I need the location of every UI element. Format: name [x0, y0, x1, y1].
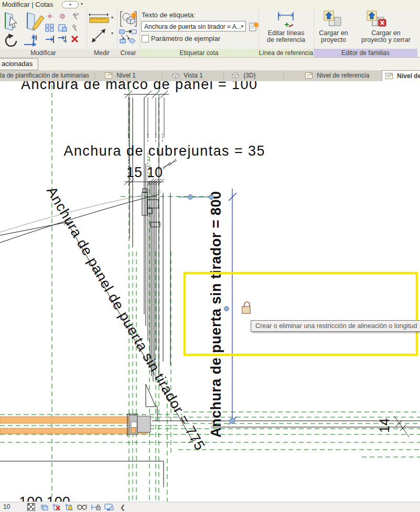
ribbon-body: Modificar ▾ ▾ Medir	[0, 9, 420, 57]
plan-view-icon	[305, 71, 313, 81]
dimension-puerta-selected[interactable]: Anchura de puerta sin tirador = 800	[178, 189, 236, 438]
view-tab-bar: la de planificación de luminarias Nivel …	[0, 70, 420, 81]
reveal-constraints-icon[interactable]	[91, 503, 101, 511]
view-control-bar: 10 ❮	[0, 502, 420, 512]
panel-label-medir[interactable]: Medir	[87, 49, 117, 57]
edit-witness-line2: de referencia	[259, 37, 314, 43]
split-element-icon[interactable]	[58, 24, 67, 34]
measure-dropdown-caret-icon[interactable]: ▾	[111, 15, 113, 20]
unpin-icon[interactable]	[70, 12, 80, 23]
dimension-marco-panel[interactable]	[124, 91, 169, 137]
view-tab-active-label: Nivel de	[397, 72, 420, 80]
view-tab-3d[interactable]: {3D}	[232, 70, 279, 81]
palette-tab-label: acionadas	[2, 60, 33, 68]
view-tab-nivel1-label: Nivel 1	[116, 72, 136, 79]
label-text-field-caption: Texto de etiqueta:	[142, 11, 196, 19]
view-tab-schedule-label: la de planificación de luminarias	[0, 72, 89, 79]
constraint-lock-icon[interactable]	[242, 302, 250, 313]
loadclose-line2: proyecto y cerrar	[354, 37, 417, 43]
detail-level-icon[interactable]	[27, 503, 35, 511]
collapse-chevron-icon[interactable]: ❮	[120, 504, 125, 511]
dim-text-puerta-selected[interactable]: Anchura de puerta sin tirador = 800	[208, 191, 224, 438]
view-tab-schedule[interactable]: la de planificación de luminarias	[0, 70, 90, 81]
panel-crear: Crear	[117, 9, 140, 57]
ribbon-minimize-button[interactable]: ▴	[62, 1, 79, 8]
dim-text-panel-diagonal[interactable]: Anchura de panel de puerta sin tirador =…	[44, 184, 208, 453]
drawing-area[interactable]: Anchura de marco de panel = 100 Anchura …	[0, 81, 420, 502]
plan-view-icon	[385, 72, 393, 82]
load-into-project-button[interactable]: Cargar en proyecto	[314, 30, 353, 43]
crop-region-visibility-icon[interactable]	[64, 503, 73, 511]
panel-linea-referencia: Editar líneas de referencia Línea de ref…	[259, 9, 314, 57]
load-into-project-close-icon[interactable]	[366, 10, 387, 29]
drawing-svg[interactable]: Anchura de marco de panel = 100 Anchura …	[0, 81, 420, 502]
temporary-hide-isolate-icon[interactable]	[77, 504, 87, 510]
load-into-project-icon[interactable]	[323, 10, 342, 29]
view-tab-separator	[161, 72, 162, 79]
pin-icon[interactable]	[70, 24, 79, 34]
delete-icon[interactable]	[70, 35, 79, 46]
label-parameter-combobox[interactable]: Anchura de puerta sin tirador = A... ▼	[141, 21, 246, 31]
ribbon: Modificar | Cotas ▴ ▾	[0, 0, 420, 58]
instance-parameter-label: Parámetro de ejemplar	[151, 35, 220, 42]
scale-value[interactable]: 10	[3, 503, 10, 510]
panel-label-editor-familias[interactable]: Editor de familias	[314, 49, 417, 57]
view-tab-separator	[223, 72, 224, 79]
view-tab-3d-label: {3D}	[243, 72, 255, 79]
join-icon[interactable]	[45, 24, 55, 34]
panel-label-linea-referencia[interactable]: Línea de referencia	[259, 49, 314, 57]
view-tab-nivel-referencia[interactable]: Nivel de referencia	[305, 70, 379, 81]
view-tab-separator	[283, 72, 284, 79]
rotate-icon[interactable]	[3, 33, 19, 51]
view-tab-nivel-referencia-label: Nivel de referencia	[317, 72, 369, 79]
plan-view-icon	[105, 71, 112, 81]
dim-text-15[interactable]: 15	[126, 165, 142, 180]
combobox-caret-icon[interactable]: ▼	[240, 21, 244, 31]
measure2-dropdown-caret-icon[interactable]: ▾	[111, 31, 113, 36]
new-parameter-icon[interactable]	[249, 21, 259, 34]
view-tab-nivel1[interactable]: Nivel 1	[105, 70, 157, 81]
dim-text-10[interactable]: 10	[147, 165, 163, 180]
panel-medir: ▾ ▾ Medir	[87, 9, 117, 57]
panel-modificar: Modificar	[0, 9, 87, 57]
measure-ruler-icon[interactable]	[89, 12, 111, 26]
tooltip-text: Crear o eliminar una restricción de alin…	[255, 322, 417, 330]
edit-family-icon[interactable]	[24, 10, 45, 35]
cut-geometry-icon[interactable]	[58, 12, 67, 23]
measure-between-icon[interactable]	[91, 28, 106, 46]
view-tab-active-nivel-de[interactable]: Nivel de	[382, 70, 420, 82]
worksharing-display-icon[interactable]	[104, 503, 114, 511]
palette-tab-relacionadas[interactable]: acionadas	[0, 58, 38, 70]
view-tab-vista1[interactable]: Vista 1	[172, 70, 220, 81]
dimension-14[interactable]: 14	[377, 416, 409, 437]
create-similar-icon[interactable]	[119, 29, 138, 46]
palette-strip: acionadas	[0, 58, 420, 70]
ribbon-minimize-caret-icon[interactable]: ▾	[81, 2, 83, 6]
dim-text-14[interactable]: 14	[377, 418, 392, 433]
dim-text-bottom-clipped[interactable]: 100 100	[19, 494, 70, 502]
dim-text-cubrejuntas[interactable]: Anchura de cubrejuntas = 35	[64, 143, 265, 159]
offset-icon[interactable]	[58, 35, 67, 46]
modify-select-icon[interactable]	[2, 10, 23, 35]
view-tab-vista1-label: Vista 1	[184, 72, 202, 79]
load-into-project-close-button[interactable]: Cargar en proyecto y cerrar	[354, 30, 417, 43]
visual-style-icon[interactable]	[39, 503, 48, 511]
ribbon-context-tab[interactable]: Modificar | Cotas	[2, 1, 53, 8]
load-line2: proyecto	[314, 37, 353, 43]
edit-witness-lines-icon[interactable]	[276, 11, 296, 30]
trim-icon[interactable]	[45, 35, 55, 46]
panel-label-crear[interactable]: Crear	[117, 49, 139, 57]
create-group-icon[interactable]	[120, 10, 137, 30]
label-parameter-value: Anchura de puerta sin tirador = A...	[144, 23, 242, 30]
instance-parameter-checkbox[interactable]	[142, 35, 149, 42]
crop-region-off-icon[interactable]	[52, 503, 61, 511]
edit-witness-lines-button[interactable]: Editar líneas de referencia	[259, 30, 314, 43]
dimension-panel-diagonal[interactable]: Anchura de panel de puerta sin tirador =…	[44, 184, 208, 453]
align-icon[interactable]	[22, 33, 39, 51]
dim-text-marco-panel[interactable]: Anchura de marco de panel = 100	[21, 81, 257, 92]
cope-icon[interactable]	[45, 12, 55, 23]
panel-label-modificar[interactable]: Modificar	[0, 49, 87, 57]
door-frame-section[interactable]	[127, 406, 157, 437]
panel-label-etiquetar-cota[interactable]: Etiquetar cota	[139, 49, 259, 57]
ribbon-tabstrip: Modificar | Cotas ▴ ▾	[0, 0, 420, 9]
